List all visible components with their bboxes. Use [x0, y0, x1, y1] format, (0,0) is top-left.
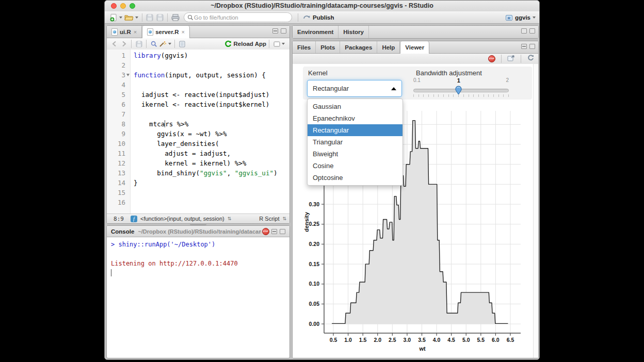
project-menu-button[interactable]: R ggvis: [505, 14, 536, 21]
code-line[interactable]: [134, 188, 289, 198]
tab-files[interactable]: Files: [293, 41, 316, 53]
tab-packages[interactable]: Packages: [340, 41, 377, 53]
minimize-pane-icon[interactable]: [271, 229, 277, 234]
code-line[interactable]: }: [134, 178, 289, 188]
open-in-new-window-button[interactable]: [507, 54, 515, 63]
code-line[interactable]: bind_shiny("ggvis", "ggvis_ui"): [134, 168, 289, 178]
console-title: Console: [111, 228, 134, 235]
bandwidth-slider[interactable]: 0.1 1 2: [413, 64, 509, 97]
publish-label: Publish: [313, 14, 334, 21]
code-editor[interactable]: 12345678910111213141516 library(ggvis) f…: [107, 50, 289, 214]
slider-min-label: 0.1: [413, 77, 421, 83]
kernel-option-gaussian[interactable]: Gaussian: [308, 101, 403, 112]
goto-file-input[interactable]: [193, 14, 288, 21]
horizontal-splitter[interactable]: [190, 223, 206, 225]
code-line[interactable]: ggvis(x = ~wt) %>%: [134, 129, 289, 139]
environment-tabstrip: Environment History: [293, 26, 538, 38]
code-line[interactable]: [134, 109, 289, 119]
svg-text:2.0: 2.0: [374, 337, 381, 343]
line-number: 9: [107, 129, 130, 139]
line-number: 13: [107, 168, 130, 178]
minimize-pane-icon[interactable]: [272, 28, 278, 34]
restore-pane-icon[interactable]: [521, 28, 527, 34]
close-tab-icon[interactable]: ×: [134, 29, 137, 35]
forward-button[interactable]: [119, 39, 128, 48]
slider-mid-label: 1: [457, 77, 460, 84]
compile-notebook-button[interactable]: [178, 39, 187, 48]
console-pane: Console ~/Dropbox (RStudio)/RStudio/trai…: [106, 225, 290, 358]
open-file-button[interactable]: [124, 13, 138, 22]
publish-button[interactable]: Publish: [303, 14, 334, 21]
reload-app-button[interactable]: Reload App: [224, 40, 266, 47]
console-output[interactable]: > shiny::runApp('~/Desktop') Listening o…: [107, 237, 289, 281]
refresh-button[interactable]: [527, 54, 534, 63]
code-line[interactable]: [134, 60, 289, 70]
close-window-button[interactable]: [111, 3, 117, 9]
svg-text:0.05: 0.05: [309, 301, 320, 307]
code-line[interactable]: library(ggvis): [134, 51, 289, 60]
stop-icon[interactable]: STOP: [262, 228, 269, 235]
code-content[interactable]: library(ggvis) function(input, output, s…: [131, 50, 289, 214]
svg-text:0.5: 0.5: [330, 337, 337, 343]
minimize-window-button[interactable]: [120, 3, 126, 9]
stop-app-button[interactable]: STOP: [488, 55, 495, 62]
scope-selector[interactable]: <function>(input, output, session): [140, 216, 224, 222]
maximize-pane-icon[interactable]: [281, 28, 286, 34]
goto-file-search[interactable]: [184, 12, 292, 22]
tab-help[interactable]: Help: [377, 41, 400, 53]
code-line[interactable]: iadjust <- reactive(input$adjust): [134, 90, 289, 100]
search-icon: [187, 14, 193, 21]
restore-pane-icon[interactable]: [529, 44, 535, 49]
tab-history[interactable]: History: [339, 26, 369, 38]
tab-plots[interactable]: Plots: [316, 41, 340, 53]
tab-viewer[interactable]: Viewer: [400, 41, 429, 54]
save-button[interactable]: [146, 13, 153, 22]
minimize-pane-icon[interactable]: [521, 44, 527, 49]
save-all-button[interactable]: [155, 13, 164, 22]
line-number: 1: [107, 51, 130, 60]
print-button[interactable]: [171, 13, 180, 22]
kernel-label: Kernel: [308, 69, 328, 77]
new-file-button[interactable]: [109, 13, 122, 22]
tab-server-r[interactable]: server.R ×: [142, 26, 190, 38]
maximize-pane-icon[interactable]: [280, 229, 285, 234]
code-line[interactable]: mtcars %>%: [134, 119, 289, 129]
slider-handle[interactable]: [455, 85, 462, 95]
svg-text:6.5: 6.5: [507, 337, 514, 343]
save-file-button[interactable]: [134, 39, 143, 48]
maximize-pane-icon[interactable]: [529, 28, 535, 34]
kernel-option-epanechnikov[interactable]: Epanechnikov: [308, 112, 403, 124]
kernel-option-rectangular[interactable]: Rectangular: [308, 124, 403, 136]
viewer-tabstrip: Files Plots Packages Help Viewer: [293, 41, 538, 54]
kernel-option-optcosine[interactable]: Optcosine: [308, 172, 403, 184]
back-button[interactable]: [110, 39, 119, 48]
app-scrollbar[interactable]: [533, 64, 538, 358]
kernel-option-cosine[interactable]: Cosine: [308, 160, 403, 172]
find-replace-button[interactable]: [149, 39, 158, 48]
svg-text:3.0: 3.0: [404, 337, 411, 343]
kernel-option-triangular[interactable]: Triangular: [308, 136, 403, 148]
kernel-select[interactable]: Rectangular: [307, 80, 402, 97]
kernel-option-biweight[interactable]: Biweight: [308, 148, 403, 160]
close-tab-icon[interactable]: ×: [182, 29, 185, 35]
tab-ui-r[interactable]: ui.R ×: [107, 26, 142, 38]
code-line[interactable]: [134, 198, 289, 207]
source-pane-menu-button[interactable]: [272, 39, 286, 48]
file-type-selector[interactable]: R Script: [259, 216, 279, 222]
console-cursor: [111, 269, 111, 276]
tab-environment[interactable]: Environment: [293, 26, 339, 38]
zoom-window-button[interactable]: [130, 3, 135, 9]
save-icon: [146, 14, 153, 21]
code-line[interactable]: kernel = ikernel) %>%: [134, 158, 289, 168]
fold-icon[interactable]: [126, 74, 130, 76]
code-line[interactable]: adjust = iadjust,: [134, 149, 289, 158]
line-number: 4: [107, 80, 130, 90]
code-line[interactable]: [134, 80, 289, 90]
tab-label: ui.R: [120, 29, 131, 35]
line-number: 5: [107, 90, 130, 100]
code-line[interactable]: function(input, output, session) {: [134, 70, 289, 80]
code-line[interactable]: layer_densities(: [134, 139, 289, 149]
window-title: ~/Dropbox (RStudio)/RStudio/training/dat…: [146, 2, 498, 9]
code-tools-button[interactable]: [158, 39, 172, 48]
code-line[interactable]: ikernel <- reactive(input$kernel): [134, 100, 289, 109]
